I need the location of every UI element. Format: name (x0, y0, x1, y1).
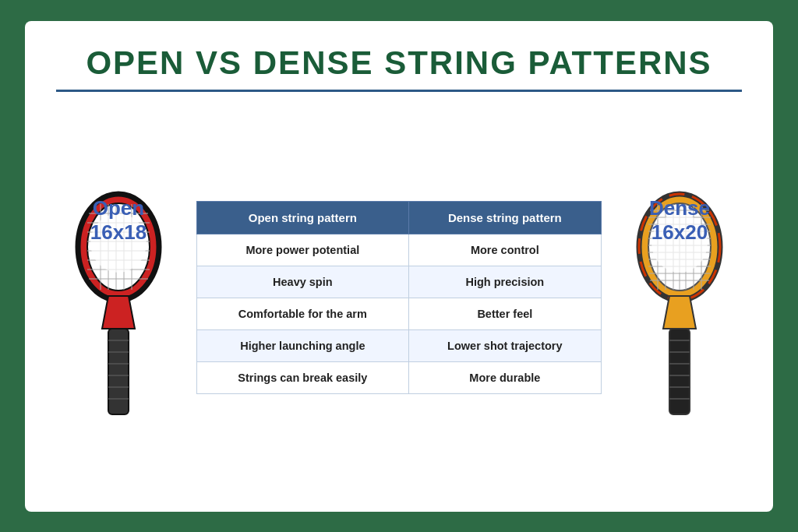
dense-cell: High precision (408, 266, 601, 298)
right-racket-label: Dense 16x20 (649, 196, 710, 245)
table-header-dense: Dense string pattern (408, 202, 601, 234)
table-header-open: Open string pattern (197, 202, 409, 234)
table-row: Heavy spinHigh precision (197, 266, 602, 298)
dense-cell: More durable (408, 362, 601, 394)
page-title: OPEN VS DENSE STRING PATTERNS (86, 44, 711, 82)
content-row: Open 16x18 Open string pattern Dense str… (56, 107, 742, 488)
dense-cell: Better feel (408, 298, 601, 330)
table-row: Higher launching angleLower shot traject… (197, 330, 602, 362)
right-racket-line1: Dense (649, 196, 710, 220)
main-card: OPEN VS DENSE STRING PATTERNS (25, 21, 773, 512)
right-racket-line2: 16x20 (649, 220, 710, 245)
table-header-row: Open string pattern Dense string pattern (197, 202, 602, 234)
table-row: Strings can break easilyMore durable (197, 362, 602, 394)
left-racket-line2: 16x18 (90, 220, 147, 245)
left-racket-container: Open 16x18 (56, 165, 181, 430)
table-row: Comfortable for the armBetter feel (197, 298, 602, 330)
left-racket-label: Open 16x18 (90, 196, 147, 245)
svg-rect-44 (669, 329, 690, 414)
title-divider (56, 90, 742, 92)
right-racket-container: Dense 16x20 (617, 165, 742, 430)
table-body: More power potentialMore controlHeavy sp… (197, 234, 602, 394)
open-cell: Comfortable for the arm (197, 298, 409, 330)
comparison-table: Open string pattern Dense string pattern… (196, 201, 602, 394)
open-cell: Strings can break easily (197, 362, 409, 394)
right-racket-overlay: Dense 16x20 (629, 165, 730, 430)
left-racket-overlay: Open 16x18 (68, 165, 169, 430)
svg-rect-15 (108, 329, 129, 414)
open-cell: Heavy spin (197, 266, 409, 298)
open-cell: Higher launching angle (197, 330, 409, 362)
left-racket-line1: Open (90, 196, 147, 220)
dense-cell: Lower shot trajectory (408, 330, 601, 362)
dense-cell: More control (408, 234, 601, 266)
table-row: More power potentialMore control (197, 234, 602, 266)
open-cell: More power potential (197, 234, 409, 266)
